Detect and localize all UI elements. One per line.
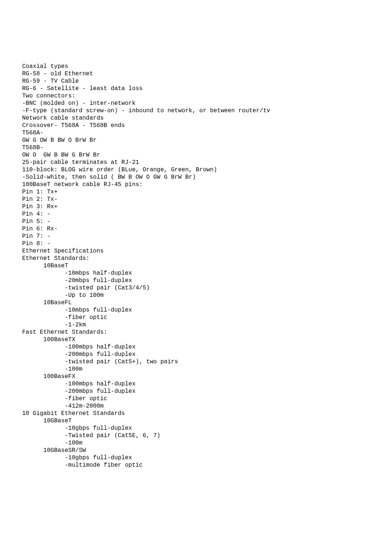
text-line: -100m [22,365,370,373]
text-line: -Up to 100m [22,292,370,299]
text-line: -BNC (molded on) - inter-network [22,100,370,107]
text-line: Coaxial types [22,63,370,70]
text-line: -10mbps full-duplex [22,306,370,314]
text-line: GW G OW B BW O BrW Br [22,137,370,144]
text-line: Ethernet Specifications [22,247,370,255]
text-line: Fast Ethernet Standards: [22,329,370,336]
text-line: 100BaseT network cable RJ-45 pins: [22,181,370,188]
text-line: 100BaseFX [22,373,370,380]
text-line: Ethernet Standards: [22,255,370,262]
text-line: -10gbps full-duplex [22,425,370,432]
text-line: 110-block: BLOG wire order (BLue, Orange… [22,166,370,174]
text-line: 10BaseFL [22,299,370,306]
text-line: -10mbps half-duplex [22,270,370,277]
text-line: Pin 1: Tx+ [22,188,370,196]
text-line: OW O GW B BW G BrW Br [22,151,370,159]
text-line: RG-58 - old Ethernet [22,70,370,78]
text-line: -Twisted pair (Cat5E, 6, 7) [22,432,370,439]
text-line: -fiber optic [22,395,370,402]
text-line: T568B- [22,144,370,151]
text-line: -20mbps full-duplex [22,277,370,284]
text-line: Network cable standards [22,114,370,122]
text-line: RG-6 - Satellite - least data loss [22,85,370,92]
text-line: Pin 4: - [22,210,370,218]
text-line: -fiber optic [22,314,370,321]
text-line: Two connectors: [22,92,370,100]
text-line: -multimode fiber optic [22,461,370,469]
text-line: -twisted pair (Cat5+), two pairs [22,358,370,365]
text-line: RG-59 - TV Cable [22,78,370,85]
text-line: Pin 7: - [22,233,370,240]
text-line: 10 Gigabit Ethernet Standards [22,410,370,417]
text-line: Pin 5: - [22,218,370,225]
text-line: -1-2km [22,321,370,329]
text-line: Pin 8: - [22,240,370,247]
text-line: Crossover- T568A - T568B ends [22,122,370,129]
text-line: -200mbps full-duplex [22,388,370,395]
text-line: -412m-2000m [22,402,370,410]
document-body: Coaxial typesRG-58 - old EthernetRG-59 -… [22,63,370,469]
text-line: 10GBaseSR/SW [22,447,370,454]
text-line: Pin 6: Rx- [22,225,370,233]
text-line: -10gbps full-duplex [22,454,370,461]
text-line: T568A- [22,129,370,137]
text-line: -100m [22,439,370,447]
text-line: -Solid-white, then solid ( BW B OW O GW … [22,174,370,181]
text-line: -200mbps full-duplex [22,351,370,358]
text-line: -twisted pair (Cat3/4/5) [22,284,370,292]
text-line: -100mbps half-duplex [22,380,370,388]
text-line: -100mbps half-duplex [22,343,370,351]
text-line: Pin 2: Tx- [22,196,370,203]
text-line: 10BaseT [22,262,370,270]
text-line: -F-type (standard screw-on) - inbound to… [22,107,370,114]
text-line: 25-pair cable terminates at RJ-21 [22,159,370,166]
text-line: Pin 3: Rx+ [22,203,370,210]
text-line: 10GBaseT [22,417,370,425]
text-line: 100BaseTX [22,336,370,343]
